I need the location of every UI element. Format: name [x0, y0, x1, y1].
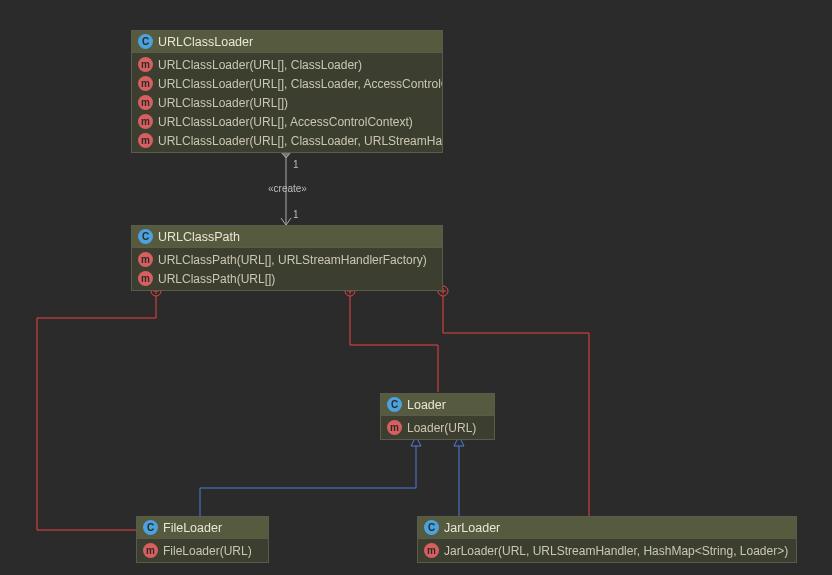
method-icon: m [424, 543, 439, 558]
member-row[interactable]: mLoader(URL) [381, 418, 494, 437]
class-header: C JarLoader [418, 517, 796, 539]
member-label: JarLoader(URL, URLStreamHandler, HashMap… [444, 544, 788, 558]
method-icon: m [138, 252, 153, 267]
multiplicity-top: 1 [293, 159, 299, 170]
method-icon: m [138, 133, 153, 148]
class-members: mJarLoader(URL, URLStreamHandler, HashMa… [418, 539, 796, 562]
class-header: C URLClassLoader [132, 31, 442, 53]
class-header: C FileLoader [137, 517, 268, 539]
multiplicity-bottom: 1 [293, 209, 299, 220]
member-row[interactable]: mURLClassLoader(URL[]) [132, 93, 442, 112]
member-label: URLClassLoader(URL[], ClassLoader, URLSt… [158, 134, 442, 148]
class-url-class-loader[interactable]: C URLClassLoader mURLClassLoader(URL[], … [131, 30, 443, 153]
member-row[interactable]: mURLClassPath(URL[], URLStreamHandlerFac… [132, 250, 442, 269]
member-label: Loader(URL) [407, 421, 476, 435]
class-name: Loader [407, 398, 446, 412]
method-icon: m [138, 271, 153, 286]
class-members: mFileLoader(URL) [137, 539, 268, 562]
class-icon: C [138, 229, 153, 244]
member-row[interactable]: mURLClassLoader(URL[], AccessControlCont… [132, 112, 442, 131]
class-file-loader[interactable]: C FileLoader mFileLoader(URL) [136, 516, 269, 563]
create-label: «create» [268, 183, 307, 194]
class-members: mURLClassLoader(URL[], ClassLoader) mURL… [132, 53, 442, 152]
class-loader[interactable]: C Loader mLoader(URL) [380, 393, 495, 440]
class-header: C URLClassPath [132, 226, 442, 248]
class-url-class-path[interactable]: C URLClassPath mURLClassPath(URL[], URLS… [131, 225, 443, 291]
member-label: URLClassPath(URL[]) [158, 272, 275, 286]
class-icon: C [143, 520, 158, 535]
class-icon: C [387, 397, 402, 412]
class-members: mURLClassPath(URL[], URLStreamHandlerFac… [132, 248, 442, 290]
member-row[interactable]: mURLClassLoader(URL[], ClassLoader) [132, 55, 442, 74]
method-icon: m [387, 420, 402, 435]
method-icon: m [138, 76, 153, 91]
class-header: C Loader [381, 394, 494, 416]
member-label: URLClassLoader(URL[], ClassLoader, Acces… [158, 77, 442, 91]
member-label: URLClassLoader(URL[], ClassLoader) [158, 58, 362, 72]
method-icon: m [138, 95, 153, 110]
member-row[interactable]: mURLClassLoader(URL[], ClassLoader, Acce… [132, 74, 442, 93]
member-row[interactable]: mURLClassLoader(URL[], ClassLoader, URLS… [132, 131, 442, 150]
method-icon: m [143, 543, 158, 558]
class-icon: C [138, 34, 153, 49]
member-label: FileLoader(URL) [163, 544, 252, 558]
member-label: URLClassLoader(URL[]) [158, 96, 288, 110]
class-name: URLClassLoader [158, 35, 253, 49]
member-row[interactable]: mFileLoader(URL) [137, 541, 268, 560]
member-row[interactable]: mURLClassPath(URL[]) [132, 269, 442, 288]
class-name: JarLoader [444, 521, 500, 535]
method-icon: m [138, 114, 153, 129]
member-label: URLClassPath(URL[], URLStreamHandlerFact… [158, 253, 427, 267]
class-name: FileLoader [163, 521, 222, 535]
class-name: URLClassPath [158, 230, 240, 244]
class-members: mLoader(URL) [381, 416, 494, 439]
class-icon: C [424, 520, 439, 535]
member-row[interactable]: mJarLoader(URL, URLStreamHandler, HashMa… [418, 541, 796, 560]
method-icon: m [138, 57, 153, 72]
member-label: URLClassLoader(URL[], AccessControlConte… [158, 115, 413, 129]
class-jar-loader[interactable]: C JarLoader mJarLoader(URL, URLStreamHan… [417, 516, 797, 563]
